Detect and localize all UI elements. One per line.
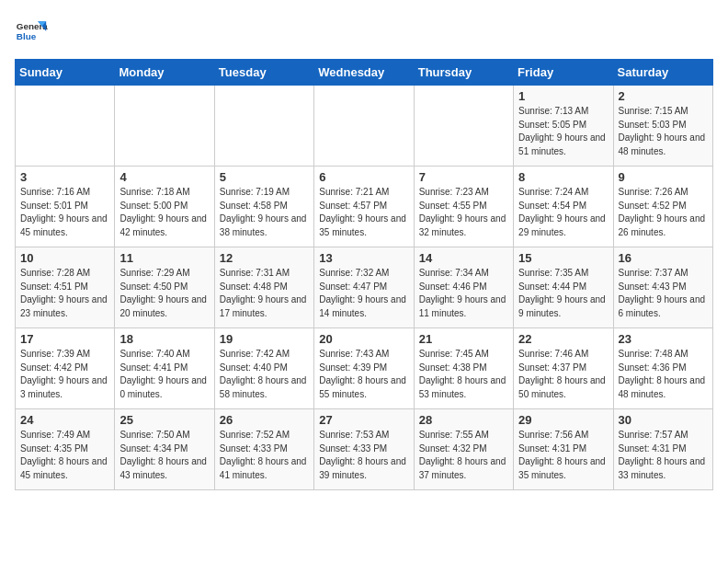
- day-number: 1: [518, 89, 608, 103]
- day-info: Sunrise: 7:52 AM Sunset: 4:33 PM Dayligh…: [220, 429, 309, 482]
- day-info: Sunrise: 7:37 AM Sunset: 4:43 PM Dayligh…: [619, 267, 708, 320]
- calendar-cell: 22Sunrise: 7:46 AM Sunset: 4:37 PM Dayli…: [514, 328, 613, 409]
- day-number: 23: [619, 332, 708, 346]
- calendar-cell: 10Sunrise: 7:28 AM Sunset: 4:51 PM Dayli…: [16, 247, 115, 328]
- day-info: Sunrise: 7:15 AM Sunset: 5:03 PM Dayligh…: [619, 105, 708, 158]
- calendar-week-row: 1Sunrise: 7:13 AM Sunset: 5:05 PM Daylig…: [16, 86, 713, 167]
- day-info: Sunrise: 7:35 AM Sunset: 4:44 PM Dayligh…: [518, 267, 608, 320]
- day-info: Sunrise: 7:45 AM Sunset: 4:38 PM Dayligh…: [419, 348, 508, 401]
- calendar-cell: 15Sunrise: 7:35 AM Sunset: 4:44 PM Dayli…: [514, 247, 613, 328]
- day-number: 16: [619, 251, 708, 265]
- day-header: Saturday: [613, 60, 712, 86]
- day-info: Sunrise: 7:29 AM Sunset: 4:50 PM Dayligh…: [119, 267, 209, 320]
- day-number: 13: [319, 251, 408, 265]
- day-info: Sunrise: 7:26 AM Sunset: 4:52 PM Dayligh…: [619, 186, 708, 239]
- day-header: Friday: [514, 60, 613, 86]
- logo: General Blue: [15, 15, 48, 48]
- day-number: 25: [119, 413, 209, 427]
- day-info: Sunrise: 7:48 AM Sunset: 4:36 PM Dayligh…: [619, 348, 708, 401]
- calendar-cell: [414, 86, 513, 167]
- day-header: Wednesday: [314, 60, 414, 86]
- calendar-cell: 3Sunrise: 7:16 AM Sunset: 5:01 PM Daylig…: [16, 167, 115, 247]
- day-info: Sunrise: 7:50 AM Sunset: 4:34 PM Dayligh…: [119, 429, 209, 482]
- calendar-cell: [115, 86, 214, 167]
- day-number: 22: [518, 332, 608, 346]
- calendar-cell: 20Sunrise: 7:43 AM Sunset: 4:39 PM Dayli…: [314, 328, 414, 409]
- calendar-cell: [314, 86, 414, 167]
- day-info: Sunrise: 7:24 AM Sunset: 4:54 PM Dayligh…: [518, 186, 608, 239]
- calendar-week-row: 3Sunrise: 7:16 AM Sunset: 5:01 PM Daylig…: [16, 167, 713, 247]
- day-number: 24: [20, 413, 109, 427]
- day-number: 3: [20, 170, 109, 184]
- calendar-cell: 8Sunrise: 7:24 AM Sunset: 4:54 PM Daylig…: [514, 167, 613, 247]
- calendar-cell: 5Sunrise: 7:19 AM Sunset: 4:58 PM Daylig…: [214, 167, 313, 247]
- calendar-cell: 12Sunrise: 7:31 AM Sunset: 4:48 PM Dayli…: [214, 247, 313, 328]
- day-number: 10: [20, 251, 109, 265]
- calendar-table: SundayMondayTuesdayWednesdayThursdayFrid…: [15, 59, 713, 490]
- calendar-cell: 21Sunrise: 7:45 AM Sunset: 4:38 PM Dayli…: [414, 328, 513, 409]
- calendar-cell: 23Sunrise: 7:48 AM Sunset: 4:36 PM Dayli…: [613, 328, 712, 409]
- day-header: Thursday: [414, 60, 513, 86]
- logo-icon: General Blue: [15, 15, 48, 48]
- day-number: 14: [419, 251, 508, 265]
- day-number: 27: [319, 413, 408, 427]
- calendar-cell: 2Sunrise: 7:15 AM Sunset: 5:03 PM Daylig…: [613, 86, 712, 167]
- day-number: 2: [619, 89, 708, 103]
- day-info: Sunrise: 7:16 AM Sunset: 5:01 PM Dayligh…: [20, 186, 109, 239]
- day-info: Sunrise: 7:43 AM Sunset: 4:39 PM Dayligh…: [319, 348, 408, 401]
- day-info: Sunrise: 7:19 AM Sunset: 4:58 PM Dayligh…: [220, 186, 309, 239]
- calendar-cell: [214, 86, 313, 167]
- day-number: 21: [419, 332, 508, 346]
- calendar-cell: 14Sunrise: 7:34 AM Sunset: 4:46 PM Dayli…: [414, 247, 513, 328]
- header-row: SundayMondayTuesdayWednesdayThursdayFrid…: [16, 60, 713, 86]
- calendar-cell: 1Sunrise: 7:13 AM Sunset: 5:05 PM Daylig…: [514, 86, 613, 167]
- calendar-cell: 28Sunrise: 7:55 AM Sunset: 4:32 PM Dayli…: [414, 409, 513, 490]
- svg-text:Blue: Blue: [17, 31, 37, 41]
- day-header: Sunday: [16, 60, 115, 86]
- day-info: Sunrise: 7:31 AM Sunset: 4:48 PM Dayligh…: [220, 267, 309, 320]
- calendar-cell: 4Sunrise: 7:18 AM Sunset: 5:00 PM Daylig…: [115, 167, 214, 247]
- calendar-cell: 25Sunrise: 7:50 AM Sunset: 4:34 PM Dayli…: [115, 409, 214, 490]
- day-number: 15: [518, 251, 608, 265]
- calendar-week-row: 10Sunrise: 7:28 AM Sunset: 4:51 PM Dayli…: [16, 247, 713, 328]
- day-number: 18: [119, 332, 209, 346]
- calendar-cell: [16, 86, 115, 167]
- day-info: Sunrise: 7:28 AM Sunset: 4:51 PM Dayligh…: [20, 267, 109, 320]
- day-number: 28: [419, 413, 508, 427]
- day-number: 12: [220, 251, 309, 265]
- day-info: Sunrise: 7:13 AM Sunset: 5:05 PM Dayligh…: [518, 105, 608, 158]
- calendar-cell: 17Sunrise: 7:39 AM Sunset: 4:42 PM Dayli…: [16, 328, 115, 409]
- day-number: 30: [619, 413, 708, 427]
- day-info: Sunrise: 7:23 AM Sunset: 4:55 PM Dayligh…: [419, 186, 508, 239]
- day-info: Sunrise: 7:42 AM Sunset: 4:40 PM Dayligh…: [220, 348, 309, 401]
- calendar-cell: 11Sunrise: 7:29 AM Sunset: 4:50 PM Dayli…: [115, 247, 214, 328]
- day-info: Sunrise: 7:18 AM Sunset: 5:00 PM Dayligh…: [119, 186, 209, 239]
- calendar-cell: 16Sunrise: 7:37 AM Sunset: 4:43 PM Dayli…: [613, 247, 712, 328]
- calendar-cell: 19Sunrise: 7:42 AM Sunset: 4:40 PM Dayli…: [214, 328, 313, 409]
- calendar-cell: 7Sunrise: 7:23 AM Sunset: 4:55 PM Daylig…: [414, 167, 513, 247]
- day-number: 6: [319, 170, 408, 184]
- day-info: Sunrise: 7:49 AM Sunset: 4:35 PM Dayligh…: [20, 429, 109, 482]
- calendar-cell: 24Sunrise: 7:49 AM Sunset: 4:35 PM Dayli…: [16, 409, 115, 490]
- calendar-cell: 9Sunrise: 7:26 AM Sunset: 4:52 PM Daylig…: [613, 167, 712, 247]
- calendar-cell: 18Sunrise: 7:40 AM Sunset: 4:41 PM Dayli…: [115, 328, 214, 409]
- day-info: Sunrise: 7:55 AM Sunset: 4:32 PM Dayligh…: [419, 429, 508, 482]
- day-info: Sunrise: 7:32 AM Sunset: 4:47 PM Dayligh…: [319, 267, 408, 320]
- calendar-week-row: 17Sunrise: 7:39 AM Sunset: 4:42 PM Dayli…: [16, 328, 713, 409]
- calendar-cell: 6Sunrise: 7:21 AM Sunset: 4:57 PM Daylig…: [314, 167, 414, 247]
- page-header: General Blue: [15, 15, 713, 48]
- day-number: 8: [518, 170, 608, 184]
- day-number: 9: [619, 170, 708, 184]
- day-info: Sunrise: 7:34 AM Sunset: 4:46 PM Dayligh…: [419, 267, 508, 320]
- day-info: Sunrise: 7:21 AM Sunset: 4:57 PM Dayligh…: [319, 186, 408, 239]
- day-header: Monday: [115, 60, 214, 86]
- day-number: 7: [419, 170, 508, 184]
- day-number: 29: [518, 413, 608, 427]
- day-number: 26: [220, 413, 309, 427]
- day-number: 20: [319, 332, 408, 346]
- day-info: Sunrise: 7:57 AM Sunset: 4:31 PM Dayligh…: [619, 429, 708, 482]
- calendar-cell: 27Sunrise: 7:53 AM Sunset: 4:33 PM Dayli…: [314, 409, 414, 490]
- day-number: 19: [220, 332, 309, 346]
- calendar-cell: 26Sunrise: 7:52 AM Sunset: 4:33 PM Dayli…: [214, 409, 313, 490]
- day-number: 5: [220, 170, 309, 184]
